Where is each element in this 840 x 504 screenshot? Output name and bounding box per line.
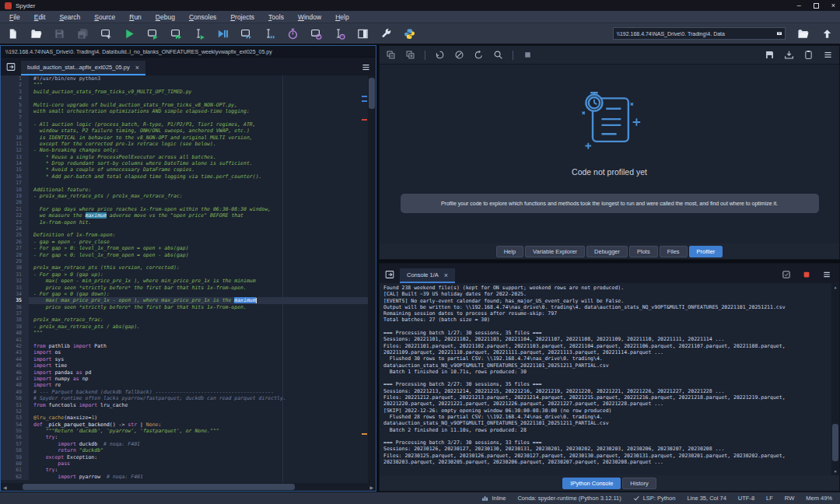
tab-profiler[interactable]: Profiler <box>689 246 723 257</box>
new-file-button[interactable] <box>6 27 19 40</box>
code-line-7: 7 <box>1 114 376 121</box>
minimize-button[interactable]: – <box>797 2 801 9</box>
tab-files[interactable]: Files <box>660 246 688 257</box>
run-cell-button[interactable] <box>146 27 159 40</box>
line-number: 13 <box>1 154 29 160</box>
console-line-4: Output will be written to: \\192.168.4.7… <box>383 304 830 310</box>
line-number: 40 <box>1 330 29 336</box>
save-all-button[interactable] <box>76 27 89 40</box>
code-line-6: 6with small orchestration optimizations … <box>1 108 376 114</box>
console-tab[interactable]: Console 1/A × <box>400 268 455 283</box>
run-selection-button[interactable] <box>193 27 206 40</box>
tab-help[interactable]: Help <box>496 246 523 257</box>
search-icon[interactable] <box>493 50 503 60</box>
close-tab-icon[interactable]: × <box>135 64 139 72</box>
menu-search[interactable]: Search <box>53 12 86 22</box>
menu-file[interactable]: File <box>3 12 26 22</box>
code-line-28: 28- For gap < 0: level_1x_from_open = op… <box>1 252 376 258</box>
menu-tools[interactable]: Tools <box>262 12 290 22</box>
debug-cell-button[interactable] <box>240 27 253 40</box>
expand-icon[interactable] <box>405 50 415 60</box>
debug-selection-button[interactable] <box>263 27 276 40</box>
line-number: 9 <box>1 128 29 134</box>
scroll-right-icon[interactable]: ▶ <box>369 485 373 490</box>
editor-vertical-scrollbar[interactable] <box>368 75 376 483</box>
collapse-icon[interactable] <box>386 50 396 60</box>
code-line-31: 31- For gap > 0 (gap up): <box>1 271 376 278</box>
env-info-icon[interactable] <box>782 270 791 279</box>
preferences-button[interactable] <box>380 27 393 40</box>
clipboard-icon[interactable] <box>803 50 814 60</box>
maximize-button[interactable] <box>814 3 819 9</box>
profiler-empty-title: Code not profiled yet <box>572 167 647 177</box>
run-file-button[interactable] <box>123 27 136 40</box>
scroll-annotation-blue <box>362 96 367 97</box>
console-vertical-scrollbar[interactable]: ▲ ▼ <box>831 283 839 475</box>
code-line-45: 45import time <box>1 362 376 369</box>
menu-help[interactable]: Help <box>329 12 355 22</box>
menu-projects[interactable]: Projects <box>224 12 261 22</box>
options-menu-icon[interactable] <box>822 270 831 279</box>
editor-tab[interactable]: build_auction_stat...apfix_ext025_05.py … <box>21 61 145 75</box>
code-line-35: 35 max( max_price_pre_1x - open ), where… <box>1 297 376 303</box>
save-button[interactable] <box>53 27 66 40</box>
console-line-19: 20221220.parquet, 20221221.parquet, 2022… <box>383 401 830 407</box>
menu-run[interactable]: Run <box>123 12 148 22</box>
status-lsp: LSP: Python <box>633 495 676 502</box>
profiler-empty-icon <box>576 86 643 158</box>
open-file-button[interactable] <box>30 27 43 40</box>
menu-edit[interactable]: Edit <box>28 12 52 22</box>
code-line-4: 4 <box>1 95 376 101</box>
working-directory-combobox[interactable]: \\192.168.4.74\NAS_Drive\0. Trading\4. D… <box>613 27 786 40</box>
menu-window[interactable]: Window <box>292 12 327 22</box>
close-tab-icon[interactable]: × <box>444 271 448 279</box>
menu-source[interactable]: Source <box>88 12 121 22</box>
status-conda[interactable]: Conda: spyder-runtime (Python 3.12.11) <box>517 495 621 502</box>
open-folder-icon <box>797 28 809 40</box>
profile-file-button[interactable] <box>286 27 299 40</box>
parent-directory-button[interactable] <box>821 27 834 40</box>
code-line-16: 16 * Add per-batch and total elapsed tim… <box>1 173 376 180</box>
interrupt-kernel-icon[interactable] <box>802 270 811 279</box>
stop-icon[interactable] <box>523 50 533 60</box>
run-cell-advance-button[interactable] <box>170 27 183 40</box>
scroll-left-icon[interactable]: ◀ <box>3 485 7 490</box>
line-number: 16 <box>1 173 29 180</box>
new-cell-button[interactable] <box>100 27 113 40</box>
python-icon <box>404 28 415 40</box>
rerun-icon[interactable] <box>474 50 484 60</box>
console-output[interactable]: Found 238 weekend file(s) (kept for ON s… <box>380 283 839 475</box>
tab-plots[interactable]: Plots <box>629 246 658 257</box>
console-line-16: === Processing batch 2/27: 30 sessions, … <box>383 381 830 387</box>
code-editor[interactable]: 1#!/usr/bin/env python32"""3build_auctio… <box>1 75 376 483</box>
tab-history[interactable]: History <box>622 478 656 489</box>
editor-horizontal-scrollbar[interactable]: ◀ ▶ <box>1 483 376 491</box>
code-line-33: 33 price seen *strictly before* the firs… <box>1 285 376 291</box>
no-profile-icon[interactable] <box>454 50 464 60</box>
tab-ipython-console[interactable]: IPython Console <box>562 478 621 489</box>
status-inline[interactable]: Inline <box>481 495 506 502</box>
options-menu-icon[interactable] <box>823 50 833 60</box>
tab-debugger[interactable]: Debugger <box>586 246 628 257</box>
browse-tabs-icon[interactable] <box>5 61 16 72</box>
history-icon[interactable] <box>435 50 445 60</box>
menu-consoles[interactable]: Consoles <box>183 12 222 22</box>
scroll-down-icon[interactable]: ▼ <box>831 469 839 474</box>
close-button[interactable]: × <box>831 2 835 9</box>
tab-variable-explorer[interactable]: Variable Explorer <box>525 246 585 257</box>
save-icon <box>54 28 65 40</box>
load-data-icon[interactable] <box>784 50 794 60</box>
python-env-button[interactable] <box>403 27 416 40</box>
status-cursor-position: Line 35, Col 74 <box>687 495 726 502</box>
profile-cell-button[interactable] <box>310 27 323 40</box>
scroll-up-icon[interactable]: ▲ <box>831 285 839 289</box>
line-number: 42 <box>1 343 29 349</box>
menu-debug[interactable]: Debug <box>149 12 181 22</box>
save-data-icon[interactable] <box>765 50 775 60</box>
browse-tabs-icon[interactable] <box>384 269 395 280</box>
maximize-pane-button[interactable] <box>356 27 369 40</box>
profile-selection-button[interactable] <box>333 27 346 40</box>
debug-file-button[interactable] <box>216 27 229 40</box>
browse-directory-button[interactable] <box>796 27 810 40</box>
editor-options-icon[interactable] <box>361 62 371 72</box>
